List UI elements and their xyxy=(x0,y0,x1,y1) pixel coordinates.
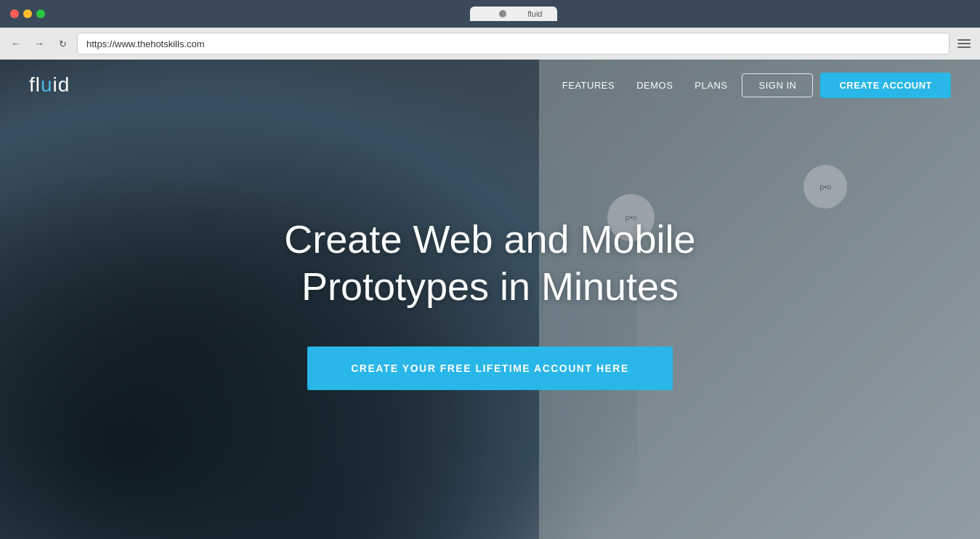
proto-element-2: p•o xyxy=(803,165,847,208)
hero-title: Create Web and Mobile Prototypes in Minu… xyxy=(236,216,745,310)
hero-title-line2: Prototypes in Minutes xyxy=(301,264,679,308)
signin-button[interactable]: SIGN IN xyxy=(742,73,813,97)
tab-favicon xyxy=(499,10,506,17)
hero-content: Create Web and Mobile Prototypes in Minu… xyxy=(236,216,745,390)
nav-demos[interactable]: DEMOS xyxy=(636,80,673,91)
nav-plans[interactable]: PLANS xyxy=(694,80,727,91)
browser-dots xyxy=(10,9,45,18)
navbar: fluid FEATURES DEMOS PLANS SIGN IN CREAT… xyxy=(0,60,980,110)
nav-links: FEATURES DEMOS PLANS xyxy=(562,80,728,91)
forward-button[interactable]: → xyxy=(31,35,48,52)
create-account-button[interactable]: CREATE ACCOUNT xyxy=(820,73,951,98)
menu-button[interactable] xyxy=(955,35,973,52)
refresh-button[interactable]: ↻ xyxy=(54,35,71,52)
cta-button[interactable]: CREATE YOUR FREE LIFETIME ACCOUNT HERE xyxy=(307,346,673,390)
maximize-dot[interactable] xyxy=(36,9,45,18)
browser-chrome: fluid ← → ↻ xyxy=(0,0,980,60)
nav-features[interactable]: FEATURES xyxy=(562,80,615,91)
logo-dot: u xyxy=(41,73,53,96)
logo[interactable]: fluid xyxy=(29,73,70,97)
browser-tab[interactable]: fluid xyxy=(470,7,557,21)
hero-title-line1: Create Web and Mobile xyxy=(284,217,695,261)
tab-label: fluid xyxy=(527,9,542,18)
browser-titlebar: fluid xyxy=(0,0,980,28)
minimize-dot[interactable] xyxy=(23,9,32,18)
browser-toolbar: ← → ↻ xyxy=(0,28,980,60)
address-bar[interactable] xyxy=(77,33,949,54)
back-button[interactable]: ← xyxy=(7,35,25,52)
website-content: p•o p•o fluid FEATURES DEMOS PLANS SIGN … xyxy=(0,60,980,539)
close-dot[interactable] xyxy=(10,9,19,18)
